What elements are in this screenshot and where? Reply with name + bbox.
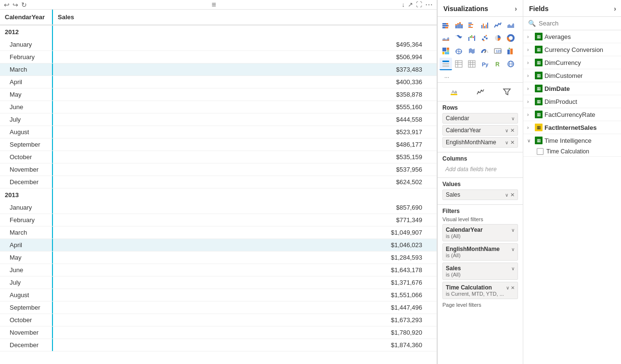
field-checkbox[interactable] bbox=[537, 148, 543, 155]
visual-level-filters-label: Visual level filters bbox=[442, 216, 518, 222]
field-group-header-averages[interactable]: › ▦ Averages bbox=[523, 30, 621, 43]
search-input[interactable] bbox=[539, 20, 620, 27]
field-group-header-factinternetsales[interactable]: › ▦ FactInternetSales bbox=[523, 121, 621, 134]
table-row[interactable]: June $555,160 bbox=[0, 101, 437, 113]
menu-icon[interactable]: ≡ bbox=[212, 0, 217, 9]
ribbon-chart-icon[interactable] bbox=[453, 32, 465, 44]
field-group: › ▦ Averages bbox=[523, 30, 621, 43]
kpi-icon[interactable]: ▲ bbox=[505, 45, 517, 57]
fullscreen-icon[interactable]: ⛶ bbox=[416, 1, 422, 8]
pie-chart-icon[interactable] bbox=[492, 32, 504, 44]
field-group-header-dimcustomer[interactable]: › ▦ DimCustomer bbox=[523, 69, 621, 82]
table-row[interactable]: July $1,371,676 bbox=[0, 276, 437, 289]
format-icon[interactable]: Aa bbox=[448, 86, 460, 98]
clustered-column-icon[interactable] bbox=[479, 19, 491, 31]
more-visuals-btn[interactable]: ... bbox=[440, 71, 454, 81]
calendar-chevron[interactable]: ∨ bbox=[511, 116, 515, 121]
table-row[interactable]: March $373,483 bbox=[0, 63, 437, 76]
english-month-chevron[interactable]: ∨ bbox=[505, 140, 508, 145]
svg-rect-17 bbox=[468, 27, 473, 28]
filter-sales-chevron[interactable]: ∨ bbox=[511, 266, 515, 271]
table-row[interactable]: April $1,046,023 bbox=[0, 239, 437, 251]
treemap-icon[interactable] bbox=[440, 45, 452, 57]
viz-expand-icon[interactable]: › bbox=[515, 5, 517, 13]
svg-text:Aa: Aa bbox=[452, 89, 457, 94]
field-group-header-dimproduct[interactable]: › ▦ DimProduct bbox=[523, 95, 621, 108]
fields-header: Fields › bbox=[523, 0, 621, 17]
calendar-pill[interactable]: Calendar ∨ bbox=[442, 113, 518, 124]
table-row[interactable]: August $1,551,066 bbox=[0, 289, 437, 301]
english-month-remove[interactable]: ✕ bbox=[510, 139, 515, 146]
filter-calendar-year[interactable]: CalendarYear ∨ is (All) bbox=[442, 224, 518, 241]
sales-chevron[interactable]: ∨ bbox=[505, 192, 508, 198]
field-group-header-time intelligence[interactable]: ∨ ▦ Time Intelligence bbox=[523, 134, 621, 147]
donut-chart-icon[interactable] bbox=[505, 32, 517, 44]
table-row[interactable]: February $506,994 bbox=[0, 51, 437, 63]
table-row[interactable]: November $1,780,920 bbox=[0, 326, 437, 339]
table-row[interactable]: February $771,349 bbox=[0, 214, 437, 226]
filter-time-calc-chevron[interactable]: ∨ bbox=[506, 285, 509, 290]
r-visual-icon[interactable]: R bbox=[492, 58, 504, 70]
analytics-icon[interactable] bbox=[474, 86, 487, 98]
download-icon[interactable]: ↓ bbox=[402, 1, 405, 8]
stacked-column-chart-icon[interactable] bbox=[453, 19, 465, 31]
redo-icon[interactable]: ↪ bbox=[13, 1, 18, 9]
calendar-year-chevron[interactable]: ∨ bbox=[505, 128, 508, 133]
table-row[interactable]: December $624,502 bbox=[0, 176, 437, 188]
table-row[interactable]: January $495,364 bbox=[0, 38, 437, 51]
table-row[interactable]: October $535,159 bbox=[0, 151, 437, 163]
field-group-header-dimcurrency[interactable]: › ▦ DimCurrency bbox=[523, 56, 621, 69]
external-link-icon[interactable]: ↗ bbox=[408, 1, 413, 8]
gauge-icon[interactable] bbox=[479, 45, 491, 57]
matrix-icon[interactable] bbox=[466, 58, 478, 70]
filter-english-month-chevron[interactable]: ∨ bbox=[511, 247, 515, 252]
filter-visual-icon[interactable] bbox=[501, 86, 513, 98]
more-options-icon[interactable]: ⋯ bbox=[425, 0, 433, 9]
refresh-icon[interactable]: ↻ bbox=[21, 1, 27, 9]
table-visual-icon[interactable] bbox=[453, 58, 465, 70]
table-row[interactable]: September $486,177 bbox=[0, 138, 437, 151]
map-icon[interactable] bbox=[453, 45, 465, 57]
filter-sales[interactable]: Sales ∨ is (All) bbox=[442, 263, 518, 280]
table-row[interactable]: June $1,643,178 bbox=[0, 264, 437, 276]
stacked-area-icon[interactable] bbox=[440, 32, 452, 44]
sales-remove[interactable]: ✕ bbox=[510, 192, 515, 198]
field-item[interactable]: Time Calculation bbox=[523, 147, 621, 156]
table-row[interactable]: November $537,956 bbox=[0, 163, 437, 176]
search-icon: 🔍 bbox=[528, 20, 536, 27]
fields-expand-icon[interactable]: › bbox=[614, 5, 616, 13]
filter-english-month-name[interactable]: EnglishMonthName ∨ is (All) bbox=[442, 243, 518, 261]
field-group-header-dimdate[interactable]: › ▦ DimDate bbox=[523, 82, 621, 95]
table-row[interactable]: May $358,878 bbox=[0, 88, 437, 101]
card-icon[interactable]: 123 bbox=[492, 45, 504, 57]
calendar-year-pill[interactable]: CalendarYear ∨ ✕ bbox=[442, 125, 518, 136]
field-group-header-currency conversion[interactable]: › ▦ Currency Conversion bbox=[523, 43, 621, 56]
table-row[interactable]: August $523,917 bbox=[0, 126, 437, 138]
field-group-header-factcurrencyrate[interactable]: › ▦ FactCurrencyRate bbox=[523, 108, 621, 121]
table-row[interactable]: January $857,690 bbox=[0, 201, 437, 214]
stacked-bar-chart-icon[interactable] bbox=[440, 19, 452, 31]
table-row[interactable]: July $444,558 bbox=[0, 113, 437, 126]
table-row[interactable]: September $1,447,496 bbox=[0, 301, 437, 314]
table-row[interactable]: May $1,284,593 bbox=[0, 251, 437, 264]
globe-icon[interactable] bbox=[505, 58, 517, 70]
table-row[interactable]: March $1,049,907 bbox=[0, 226, 437, 239]
sales-pill[interactable]: Sales ∨ ✕ bbox=[442, 189, 518, 200]
line-chart-icon[interactable] bbox=[492, 19, 504, 31]
clustered-bar-icon[interactable] bbox=[466, 19, 478, 31]
waterfall-icon[interactable] bbox=[466, 32, 478, 44]
filter-time-calc-remove[interactable]: ✕ bbox=[511, 285, 515, 290]
table-row[interactable]: December $1,874,360 bbox=[0, 339, 437, 351]
slicer-icon[interactable] bbox=[440, 58, 452, 70]
area-chart-icon[interactable] bbox=[505, 19, 517, 31]
python-icon[interactable]: Py bbox=[479, 58, 491, 70]
calendar-year-remove[interactable]: ✕ bbox=[510, 127, 515, 134]
scatter-chart-icon[interactable] bbox=[479, 32, 491, 44]
filter-calendar-year-chevron[interactable]: ∨ bbox=[511, 227, 515, 233]
filled-map-icon[interactable] bbox=[466, 45, 478, 57]
table-row[interactable]: October $1,673,293 bbox=[0, 314, 437, 326]
filter-time-calculation[interactable]: Time Calculation ∨ ✕ is Current, MTD, YT… bbox=[442, 282, 518, 299]
undo-icon[interactable]: ↩ bbox=[4, 1, 10, 9]
english-month-name-pill[interactable]: EnglishMonthName ∨ ✕ bbox=[442, 137, 518, 148]
table-row[interactable]: April $400,336 bbox=[0, 76, 437, 88]
